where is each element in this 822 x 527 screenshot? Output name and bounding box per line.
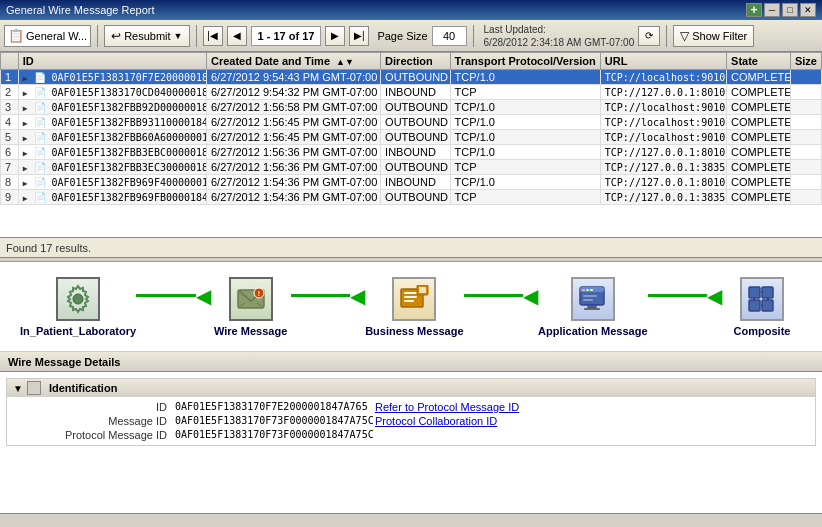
page-info: 1 - 17 of 17 [251, 26, 322, 46]
row-protocol: TCP/1.0 [450, 175, 600, 190]
id-value: 0AF01E5F1383170F7E2000001847A765 [175, 401, 375, 413]
details-title: Wire Message Details [8, 356, 120, 368]
col-header-size[interactable]: Size [790, 53, 821, 70]
table-row[interactable]: 1 ▶ 📄 0AF01E5F1383170F7E2000001847A765 6… [1, 70, 822, 85]
flow-arrow-1: ◀ [136, 286, 211, 306]
col-header-state[interactable]: State [727, 53, 791, 70]
row-num: 8 [1, 175, 19, 190]
protocol-collab-label[interactable]: Protocol Collaboration ID [375, 415, 575, 427]
details-header: Wire Message Details [0, 352, 822, 372]
flow-item-application-message[interactable]: Application Message [538, 277, 647, 337]
arrow-head-4: ◀ [707, 286, 722, 306]
close-button[interactable]: ✕ [800, 3, 816, 17]
row-protocol: TCP/1.0 [450, 145, 600, 160]
row-direction: OUTBOUND [381, 115, 450, 130]
maximize-button[interactable]: □ [782, 3, 798, 17]
nav-last-button[interactable]: ▶| [349, 26, 369, 46]
nav-first-button[interactable]: |◀ [203, 26, 223, 46]
row-state: COMPLETE [727, 190, 791, 205]
row-protocol: TCP/1.0 [450, 115, 600, 130]
table-row[interactable]: 3 ▶ 📄 0AF01E5F1382FBB92D0000001847A743 6… [1, 100, 822, 115]
svg-rect-20 [583, 299, 593, 301]
row-state: COMPLETE [727, 175, 791, 190]
flow-item-business-message[interactable]: Business Message [365, 277, 463, 337]
show-filter-button[interactable]: ▽ Show Filter [673, 25, 754, 47]
row-url: TCP://127.0.0.1:38351 [600, 160, 726, 175]
flow-item-wire-message[interactable]: ! Wire Message [211, 277, 291, 337]
col-header-url[interactable]: URL [600, 53, 726, 70]
table-row[interactable]: 5 ▶ 📄 0AF01E5F1382FBB60A60000001847A73A … [1, 130, 822, 145]
tab-button[interactable]: 📋 General W... [4, 25, 91, 47]
row-id: ▶ 📄 0AF01E5F1382FB969F40000001847A709 [18, 175, 206, 190]
page-size-input[interactable] [432, 26, 467, 46]
row-id: ▶ 📄 0AF01E5F1382FBB931100001847A741 [18, 115, 206, 130]
expand-icon[interactable]: ▶ [23, 134, 28, 143]
svg-rect-22 [584, 308, 600, 310]
expand-icon[interactable]: ▶ [23, 89, 28, 98]
page-size-label: Page Size [377, 30, 427, 42]
expand-icon[interactable]: ▶ [23, 104, 28, 113]
row-url: TCP://127.0.0.1:8010 [600, 145, 726, 160]
col-header-protocol[interactable]: Transport Protocol/Version [450, 53, 600, 70]
row-url: TCP://127.0.0.1:8010 [600, 85, 726, 100]
table-row[interactable]: 9 ▶ 📄 0AF01E5F1382FB969FB00001847A70C 6/… [1, 190, 822, 205]
table-row[interactable]: 8 ▶ 📄 0AF01E5F1382FB969F40000001847A709 … [1, 175, 822, 190]
row-icon: 📄 [34, 87, 46, 98]
expand-icon[interactable]: ▶ [23, 194, 28, 203]
application-message-icon-box [571, 277, 615, 321]
row-num: 2 [1, 85, 19, 100]
nav-prev-button[interactable]: ◀ [227, 26, 247, 46]
row-id: ▶ 📄 0AF01E5F1382FBB60A60000001847A73A [18, 130, 206, 145]
svg-text:!: ! [257, 290, 259, 297]
expand-icon[interactable]: ▶ [23, 149, 28, 158]
row-direction: OUTBOUND [381, 130, 450, 145]
col-header-id[interactable]: ID [18, 53, 206, 70]
protocol-collab-value [575, 415, 755, 427]
row-size [790, 70, 821, 85]
add-button[interactable]: + [746, 3, 762, 17]
status-text: Found 17 results. [6, 242, 91, 254]
identification-header[interactable]: ▼ Identification [7, 379, 815, 397]
svg-rect-25 [749, 300, 760, 311]
refer-protocol-label[interactable]: Refer to Protocol Message ID [375, 401, 575, 413]
row-icon: 📄 [34, 147, 46, 158]
row-state: COMPLETE [727, 115, 791, 130]
svg-rect-21 [588, 305, 596, 308]
table-row[interactable]: 7 ▶ 📄 0AF01E5F1382FBB3EC3000001847A724 6… [1, 160, 822, 175]
gear-icon [63, 284, 93, 314]
refresh-button[interactable]: ⟳ [638, 26, 660, 46]
expand-icon[interactable]: ▶ [23, 179, 28, 188]
row-id: ▶ 📄 0AF01E5F1382FBB92D0000001847A743 [18, 100, 206, 115]
row-num: 6 [1, 145, 19, 160]
flow-item-in-patient-laboratory[interactable]: In_Patient_Laboratory [20, 277, 136, 337]
row-id: ▶ 📄 0AF01E5F1382FBB3EBC000001847A721 [18, 145, 206, 160]
row-icon: 📄 [34, 102, 46, 113]
nav-next-button[interactable]: ▶ [325, 26, 345, 46]
bottom-horizontal-scrollbar[interactable] [0, 513, 822, 527]
expand-icon[interactable]: ▶ [23, 164, 28, 173]
expand-icon[interactable]: ▶ [23, 119, 28, 128]
col-header-direction[interactable]: Direction [381, 53, 450, 70]
row-date: 6/27/2012 1:54:36 PM GMT-07:00 [207, 190, 381, 205]
row-id: ▶ 📄 0AF01E5F1382FB969FB00001847A70C [18, 190, 206, 205]
resubmit-button[interactable]: ↩ Resubmit ▼ [104, 25, 189, 47]
col-header-date[interactable]: Created Date and Time ▲▼ [207, 53, 381, 70]
business-message-icon-box [392, 277, 436, 321]
wire-message-icon-box: ! [229, 277, 273, 321]
id-fields-grid: ID 0AF01E5F1383170F7E2000001847A765 Refe… [7, 397, 815, 445]
table-row[interactable]: 4 ▶ 📄 0AF01E5F1382FBB931100001847A741 6/… [1, 115, 822, 130]
details-body[interactable]: ▼ Identification ID 0AF01E5F1383170F7E20… [0, 372, 822, 513]
toolbar-separator-2 [196, 25, 197, 47]
in-patient-laboratory-icon-box [56, 277, 100, 321]
flow-arrow-3: ◀ [464, 286, 539, 306]
flow-item-composite[interactable]: Composite [722, 277, 802, 337]
expand-icon[interactable]: ▶ [23, 74, 28, 83]
minimize-button[interactable]: ─ [764, 3, 780, 17]
protocol-message-value: 0AF01E5F1383170F73F0000001847A75C [175, 429, 375, 441]
svg-rect-18 [590, 289, 593, 291]
col-header-num[interactable] [1, 53, 19, 70]
svg-rect-24 [762, 287, 773, 298]
table-row[interactable]: 2 ▶ 📄 0AF01E5F1383170CD04000001847A74D 6… [1, 85, 822, 100]
row-num: 7 [1, 160, 19, 175]
table-row[interactable]: 6 ▶ 📄 0AF01E5F1382FBB3EBC000001847A721 6… [1, 145, 822, 160]
